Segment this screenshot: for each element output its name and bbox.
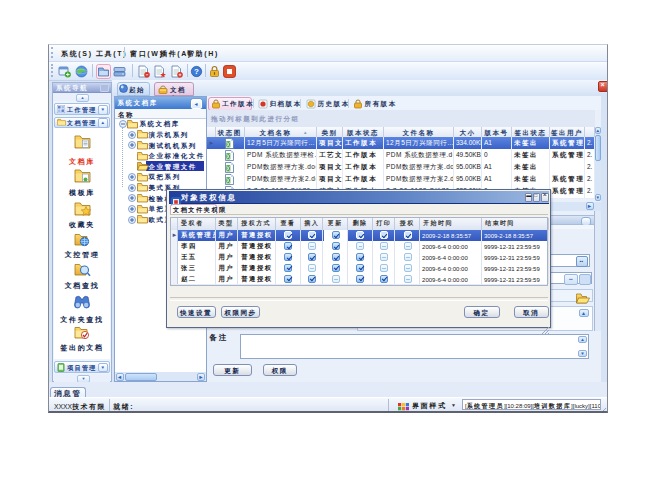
svg-text:?: ? — [194, 67, 199, 76]
